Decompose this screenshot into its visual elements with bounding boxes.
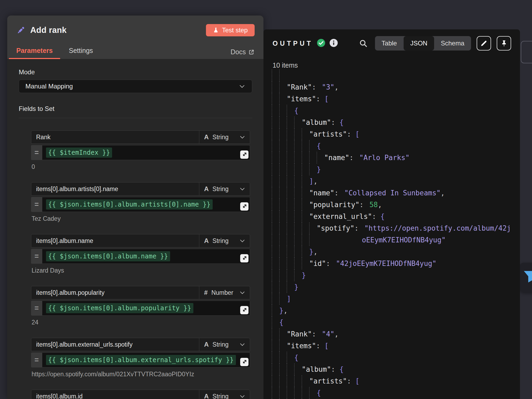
json-output-view[interactable]: "Rank": "3","items": [{"album": {"artist… <box>272 69 519 399</box>
json-token-brace: } <box>279 307 284 315</box>
field-value-input[interactable]: {{ $json.items[0].album.artists[0].name … <box>42 197 250 212</box>
field-type-select[interactable]: AString <box>199 234 250 247</box>
field-value-input[interactable]: {{ $json.items[0].album.name }} <box>42 249 250 264</box>
pin-icon <box>500 40 508 47</box>
indent-guide <box>294 211 302 222</box>
field-type-select[interactable]: AString <box>199 338 250 351</box>
json-token-brace: { <box>279 318 284 326</box>
field-type-select[interactable]: #Number <box>199 286 250 299</box>
indent-guide <box>279 352 287 363</box>
indent-guide <box>287 199 294 211</box>
string-type-icon: A <box>204 185 209 193</box>
filter-node-partial[interactable] <box>519 263 532 292</box>
string-type-icon: A <box>204 341 209 348</box>
view-tab-table[interactable]: Table <box>375 36 404 51</box>
tab-settings[interactable]: Settings <box>62 47 99 59</box>
view-tab-schema[interactable]: Schema <box>434 36 471 51</box>
field-name-input[interactable]: Rank <box>31 131 199 144</box>
indent-guide <box>272 375 279 387</box>
field-name-input[interactable]: items[0].album.name <box>31 234 199 247</box>
indent-guide <box>279 234 287 246</box>
json-token-str: oEEymK7EIHODfNB4yug" <box>362 236 446 244</box>
json-token-str: "3" <box>320 83 334 91</box>
info-icon[interactable] <box>329 38 338 48</box>
json-token-str: "Arlo Parks" <box>358 154 409 162</box>
json-token-brace: { <box>380 212 385 220</box>
field-type-select[interactable]: AString <box>199 183 250 195</box>
field-value-input[interactable]: {{ $json.items[0].album.external_urls.sp… <box>42 352 250 367</box>
expand-expression-button[interactable] <box>240 254 248 262</box>
json-token-brace: ] <box>309 177 313 185</box>
field-type-select[interactable]: AString <box>199 131 250 144</box>
pin-data-button[interactable] <box>497 36 511 51</box>
json-line: "popularity": 58, <box>272 199 519 211</box>
indent-guide <box>279 81 287 93</box>
json-token-punc: , <box>378 201 382 209</box>
indent-guide <box>272 281 279 293</box>
indent-guide <box>317 152 324 164</box>
indent-guide <box>279 69 287 81</box>
mode-label: Mode <box>19 68 259 76</box>
field-name-input[interactable]: items[0].album.popularity <box>31 286 199 299</box>
equals-drag-handle[interactable]: = <box>31 197 42 212</box>
json-token-brace: [ <box>324 342 329 350</box>
mode-select[interactable]: Manual Mapping <box>19 80 252 93</box>
equals-drag-handle[interactable]: = <box>31 145 42 160</box>
expand-expression-button[interactable] <box>240 202 248 211</box>
indent-guide <box>302 234 309 246</box>
indent-guide <box>302 375 309 387</box>
field-name-input[interactable]: items[0].album.external_urls.spotify <box>31 338 199 351</box>
indent-guide <box>302 187 309 199</box>
json-token-brace: { <box>339 118 344 126</box>
indent-guide <box>279 93 287 105</box>
indent-guide <box>272 211 279 222</box>
edit-output-button[interactable] <box>477 36 491 51</box>
json-token-punc: , <box>313 248 318 256</box>
field-preview-value: https://open.spotify.com/album/021XvTTVT… <box>31 371 250 378</box>
node-pencil-icon <box>16 25 26 35</box>
json-line: } <box>272 269 519 281</box>
json-token-key: "album" <box>302 365 331 373</box>
json-token-brace: { <box>294 107 298 115</box>
indent-guide <box>294 140 302 152</box>
json-token-punc: : <box>354 224 363 232</box>
equals-drag-handle[interactable]: = <box>31 301 42 316</box>
json-token-punc: : <box>372 212 380 220</box>
test-step-button[interactable]: Test step <box>206 24 255 36</box>
expression-token: {{ $itemIndex }} <box>46 148 112 158</box>
json-token-str: "42joEEymK7EIHODfNB4yug" <box>334 259 437 268</box>
json-token-punc: : <box>316 95 324 103</box>
json-line: { <box>272 105 519 117</box>
background-card-partial <box>521 41 532 63</box>
field-value-input[interactable]: {{ $json.items[0].album.popularity }} <box>42 301 250 316</box>
field-name-input[interactable]: items[0].album.artists[0].name <box>31 183 199 195</box>
expand-expression-button[interactable] <box>240 358 248 366</box>
indent-guide <box>294 246 302 258</box>
indent-guide <box>279 222 287 234</box>
json-token-punc: , <box>284 307 288 315</box>
divider <box>19 118 252 118</box>
indent-guide <box>279 363 287 375</box>
json-line: "name": "Arlo Parks" <box>272 152 519 164</box>
indent-guide <box>272 222 279 234</box>
field-value-input[interactable]: {{ $itemIndex }} <box>42 145 250 160</box>
tab-parameters[interactable]: Parameters <box>9 47 60 59</box>
search-icon[interactable] <box>359 39 368 48</box>
field-type-select[interactable]: AString <box>199 390 250 399</box>
json-token-punc: , <box>334 83 339 91</box>
view-tab-json[interactable]: JSON <box>404 36 434 51</box>
indent-guide <box>309 164 317 175</box>
equals-drag-handle[interactable]: = <box>31 352 42 367</box>
field-name-input[interactable]: items[0].album.id <box>31 390 199 399</box>
expand-expression-button[interactable] <box>240 150 248 159</box>
indent-guide <box>294 128 302 140</box>
indent-guide <box>272 140 279 152</box>
indent-guide <box>294 375 302 387</box>
json-line: } <box>272 281 519 293</box>
expand-expression-button[interactable] <box>240 306 248 314</box>
indent-guide <box>302 128 309 140</box>
docs-link[interactable]: Docs <box>231 48 254 56</box>
indent-guide <box>294 269 302 281</box>
equals-drag-handle[interactable]: = <box>31 249 42 264</box>
indent-guide <box>302 211 309 222</box>
